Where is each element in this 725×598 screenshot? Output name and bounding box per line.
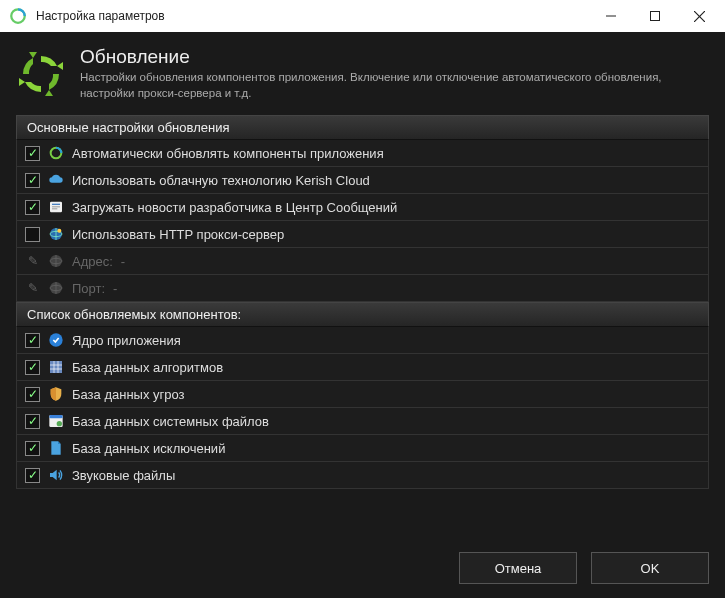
checkbox-news[interactable] <box>25 200 40 215</box>
page-header: Обновление Настройки обновления компонен… <box>0 32 725 115</box>
globe-icon-disabled <box>48 253 64 269</box>
label-auto-update: Автоматически обновлять компоненты прило… <box>72 146 384 161</box>
checkbox-sysfiles[interactable] <box>25 414 40 429</box>
content: Основные настройки обновления Автоматиче… <box>0 115 725 542</box>
minimize-button[interactable] <box>589 1 633 31</box>
maximize-button[interactable] <box>633 1 677 31</box>
footer: Отмена OK <box>0 542 725 598</box>
checkbox-core[interactable] <box>25 333 40 348</box>
svg-point-32 <box>57 421 62 426</box>
section-components: Список обновляемых компонентов: <box>16 302 709 327</box>
label-proxy-port-key: Порт: <box>72 281 105 296</box>
svg-rect-2 <box>651 12 660 21</box>
checkbox-cloud[interactable] <box>25 173 40 188</box>
svg-marker-7 <box>19 78 25 86</box>
globe-icon <box>48 226 64 242</box>
window-body: Обновление Настройки обновления компонен… <box>0 32 725 598</box>
row-core[interactable]: Ядро приложения <box>16 327 709 354</box>
row-audio[interactable]: Звуковые файлы <box>16 462 709 489</box>
update-icon <box>16 49 66 99</box>
label-cloud: Использовать облачную технологию Kerish … <box>72 173 370 188</box>
window-icon <box>48 413 64 429</box>
ok-button[interactable]: OK <box>591 552 709 584</box>
svg-rect-12 <box>52 206 60 207</box>
label-proxy-port-value: - <box>113 281 117 296</box>
label-proxy-address-key: Адрес: <box>72 254 113 269</box>
cancel-button[interactable]: Отмена <box>459 552 577 584</box>
grid-icon <box>48 359 64 375</box>
label-algorithms: База данных алгоритмов <box>72 360 223 375</box>
svg-rect-11 <box>52 204 60 205</box>
checkbox-proxy[interactable] <box>25 227 40 242</box>
checkbox-audio[interactable] <box>25 468 40 483</box>
window-title: Настройка параметров <box>36 9 589 23</box>
label-proxy-address-value: - <box>121 254 125 269</box>
refresh-icon <box>48 145 64 161</box>
cloud-icon <box>48 172 64 188</box>
close-button[interactable] <box>677 1 721 31</box>
row-news[interactable]: Загружать новости разработчика в Центр С… <box>16 194 709 221</box>
row-threats[interactable]: База данных угроз <box>16 381 709 408</box>
row-proxy-port: ✎ Порт: - <box>16 275 709 302</box>
row-algorithms[interactable]: База данных алгоритмов <box>16 354 709 381</box>
row-sysfiles[interactable]: База данных системных файлов <box>16 408 709 435</box>
row-cloud[interactable]: Использовать облачную технологию Kerish … <box>16 167 709 194</box>
shield-icon <box>48 386 64 402</box>
titlebar: Настройка параметров <box>0 0 725 32</box>
svg-marker-5 <box>57 62 63 70</box>
svg-marker-8 <box>29 52 37 58</box>
svg-rect-31 <box>49 415 62 418</box>
section-main-settings: Основные настройки обновления <box>16 115 709 140</box>
label-threats: База данных угроз <box>72 387 185 402</box>
row-proxy-address: ✎ Адрес: - <box>16 248 709 275</box>
label-news: Загружать новости разработчика в Центр С… <box>72 200 397 215</box>
svg-rect-13 <box>52 208 57 209</box>
checkbox-threats[interactable] <box>25 387 40 402</box>
settings-window: Настройка параметров <box>0 0 725 598</box>
file-icon <box>48 440 64 456</box>
row-auto-update[interactable]: Автоматически обновлять компоненты прило… <box>16 140 709 167</box>
news-icon <box>48 199 64 215</box>
page-title: Обновление <box>80 46 705 68</box>
header-text: Обновление Настройки обновления компонен… <box>80 46 705 101</box>
window-controls <box>589 1 721 31</box>
label-exclusions: База данных исключений <box>72 441 225 456</box>
speaker-icon <box>48 467 64 483</box>
pencil-icon: ✎ <box>25 281 40 296</box>
page-subtitle: Настройки обновления компонентов приложе… <box>80 70 705 101</box>
checkbox-algorithms[interactable] <box>25 360 40 375</box>
label-proxy: Использовать HTTP прокси-сервер <box>72 227 284 242</box>
svg-point-17 <box>57 229 61 233</box>
app-icon <box>8 6 28 26</box>
label-audio: Звуковые файлы <box>72 468 175 483</box>
label-sysfiles: База данных системных файлов <box>72 414 269 429</box>
svg-marker-6 <box>45 90 53 96</box>
core-icon <box>48 332 64 348</box>
label-core: Ядро приложения <box>72 333 181 348</box>
checkbox-auto-update[interactable] <box>25 146 40 161</box>
pencil-icon: ✎ <box>25 254 40 269</box>
row-proxy[interactable]: Использовать HTTP прокси-сервер <box>16 221 709 248</box>
row-exclusions[interactable]: База данных исключений <box>16 435 709 462</box>
globe-icon-disabled <box>48 280 64 296</box>
svg-rect-25 <box>50 361 62 373</box>
checkbox-exclusions[interactable] <box>25 441 40 456</box>
